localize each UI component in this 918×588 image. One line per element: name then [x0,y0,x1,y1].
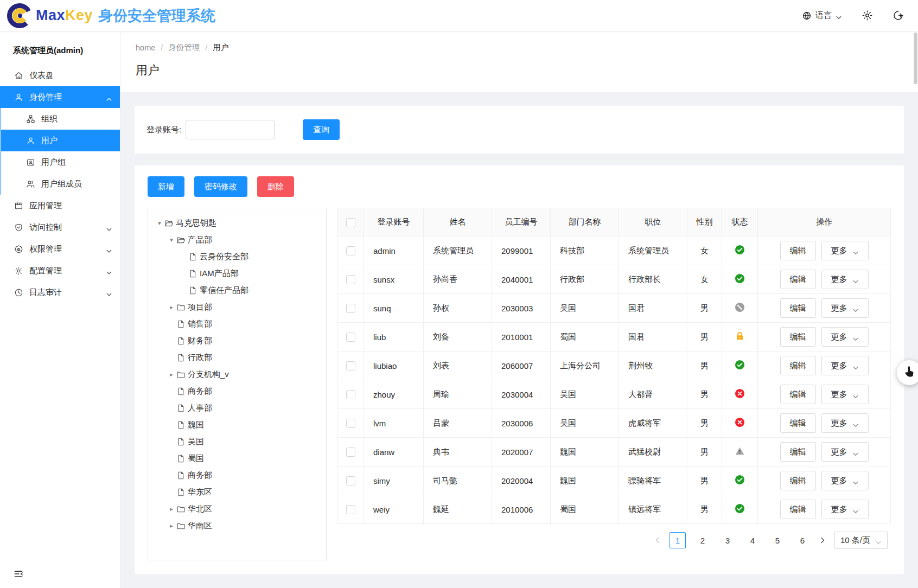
sidebar-item-permissions[interactable]: 权限管理 [0,238,120,260]
edit-button[interactable]: 编辑 [780,298,816,318]
more-button[interactable]: 更多 [821,442,869,462]
row-checkbox[interactable] [346,390,355,399]
query-button[interactable]: 查询 [303,119,340,140]
tree-expander-icon[interactable]: ▾ [167,237,176,244]
more-button[interactable]: 更多 [821,413,869,433]
tree-node[interactable]: 云身份安全部 [152,248,322,265]
edit-button[interactable]: 编辑 [780,270,816,289]
tree-node[interactable]: 魏国 [152,417,322,433]
more-button[interactable]: 更多 [821,471,869,490]
row-checkbox[interactable] [346,419,355,428]
floating-gesture-button[interactable] [897,360,918,385]
pagination-page-6[interactable]: 6 [794,532,811,548]
cell-name: 魏延 [424,495,492,524]
tree-expander-icon[interactable]: ▸ [167,522,176,529]
sidebar-item-usergroup-members[interactable]: 用户组成员 [0,173,120,195]
usergroup-icon [26,158,35,167]
more-button[interactable]: 更多 [821,270,869,289]
tree-node-label: 产品部 [188,235,212,245]
sidebar-item-audit[interactable]: 日志审计 [0,282,120,303]
sidebar-item-label: 日志审计 [29,287,62,298]
select-all-checkbox[interactable] [346,218,355,227]
sidebar-item-usergroup[interactable]: 用户组 [0,151,120,173]
sidebar-item-access-control[interactable]: 访问控制 [0,216,120,238]
pagination-page-4[interactable]: 4 [744,532,761,548]
edit-button[interactable]: 编辑 [780,241,816,260]
more-button[interactable]: 更多 [821,500,869,519]
row-checkbox[interactable] [346,505,355,514]
tree-node[interactable]: 吴国 [152,433,322,450]
sidebar-item-config[interactable]: 配置管理 [0,260,120,282]
edit-button[interactable]: 编辑 [780,356,816,375]
language-selector[interactable]: 语言 [802,10,842,21]
page-size-select[interactable]: 10 条/页 [834,532,888,549]
cell-login: admin [364,237,424,265]
edit-button[interactable]: 编辑 [780,471,816,490]
more-button[interactable]: 更多 [821,385,869,404]
pagination-page-2[interactable]: 2 [694,532,711,548]
more-button[interactable]: 更多 [821,327,869,347]
cell-status [722,409,758,438]
tree-node[interactable]: 商务部 [152,383,322,400]
tree-expander-icon[interactable]: ▾ [155,220,164,227]
tree-node[interactable]: ▸ 分支机构_v [152,366,322,383]
scrollbar-thumb[interactable] [914,33,917,84]
pagination-next-icon[interactable] [819,537,826,544]
pagination-page-3[interactable]: 3 [719,532,736,548]
tree-node[interactable]: ▾ 产品部 [152,232,322,248]
edit-button[interactable]: 编辑 [780,413,816,433]
row-checkbox[interactable] [346,304,355,313]
sidebar-item-users[interactable]: 用户 [0,130,120,151]
pagination-page-1[interactable]: 1 [670,532,686,548]
tree-node[interactable]: 蜀国 [152,450,322,467]
cell-empno: 2030004 [492,380,551,409]
row-checkbox[interactable] [346,476,355,485]
tree-expander-icon[interactable]: ▸ [167,304,176,311]
tree-node[interactable]: IAM产品部 [152,265,322,282]
tree-node[interactable]: 财务部 [152,333,322,349]
row-checkbox[interactable] [346,448,355,457]
status-active-icon [735,475,745,485]
sidebar-item-org[interactable]: 组织 [0,108,120,130]
tree-node[interactable]: 商务部 [152,467,322,484]
tree-node[interactable]: ▸ 华北区 [152,501,322,517]
delete-button[interactable]: 删除 [257,176,294,197]
tree-node[interactable]: 人事部 [152,400,322,417]
more-button[interactable]: 更多 [821,356,869,375]
sidebar-item-dashboard[interactable]: 仪表盘 [0,65,120,86]
tree-node[interactable]: ▸ 项目部 [152,299,322,316]
more-button[interactable]: 更多 [821,298,869,318]
change-password-button[interactable]: 密码修改 [194,176,247,197]
tree-node[interactable]: ▸ 华南区 [152,517,322,534]
row-checkbox[interactable] [346,275,355,284]
tree-expander-icon[interactable]: ▸ [167,506,176,513]
edit-button[interactable]: 编辑 [780,327,816,347]
tree-node[interactable]: ▾ 马克思钥匙 [152,215,322,232]
edit-button[interactable]: 编辑 [780,385,816,404]
more-button[interactable]: 更多 [821,241,869,260]
sidebar-item-identity[interactable]: 身份管理 [0,86,120,108]
tree-expander-icon[interactable]: ▸ [167,371,176,378]
tree-node[interactable]: 零信任产品部 [152,282,322,299]
edit-button[interactable]: 编辑 [780,500,816,519]
sidebar-collapse-icon[interactable] [13,568,24,579]
page-header: home/身份管理/用户 用户 [120,31,918,92]
cell-name: 系统管理员 [424,237,492,265]
add-button[interactable]: 新增 [148,176,184,197]
tree-node[interactable]: 华东区 [152,484,322,501]
breadcrumb-item[interactable]: 身份管理 [168,42,200,53]
logout-icon[interactable] [892,10,904,21]
row-checkbox[interactable] [346,333,355,342]
row-checkbox[interactable] [346,361,355,370]
edit-button[interactable]: 编辑 [780,442,816,462]
pagination-page-5[interactable]: 5 [769,532,786,548]
breadcrumb-item[interactable]: home [136,43,155,52]
settings-icon[interactable] [862,10,873,21]
tree-node[interactable]: 销售部 [152,316,322,333]
sidebar-item-apps[interactable]: 应用管理 [0,195,120,216]
tree-node[interactable]: 行政部 [152,349,322,366]
row-checkbox[interactable] [346,246,355,255]
sidebar-item-label: 权限管理 [29,244,62,254]
pagination-prev-icon[interactable] [654,537,661,544]
login-account-input[interactable] [186,120,275,139]
